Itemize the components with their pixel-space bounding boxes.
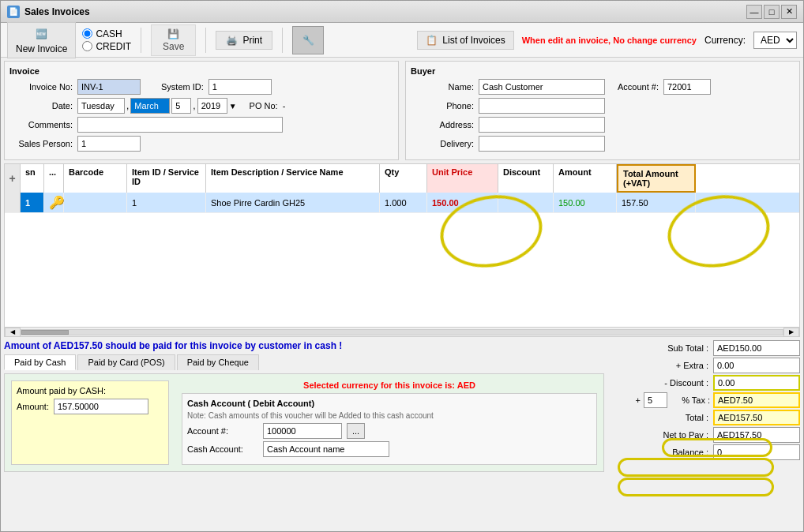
credit-radio[interactable] <box>82 41 92 51</box>
total-value: AED157.50 <box>713 410 800 425</box>
sales-person-row: Sales Person: <box>9 136 393 152</box>
comments-input[interactable] <box>77 117 283 133</box>
list-icon: 📋 <box>426 35 438 46</box>
buyer-panel: Buyer Name: Account #: Phone: Address: D… <box>405 61 800 160</box>
balance-value: 0 <box>713 444 800 460</box>
print-icon: 🖨️ <box>226 35 238 46</box>
invoice-table: + sn ... Barcode Item ID / Service ID It… <box>4 163 800 337</box>
date-daynum-input[interactable] <box>171 98 191 114</box>
row-add-icon <box>5 193 21 212</box>
cell-description: Shoe Pirre Cardin GH25 <box>206 193 380 212</box>
tab-paid-by-card[interactable]: Paid by Card (POS) <box>77 354 175 370</box>
cash-account-input[interactable] <box>263 441 389 457</box>
invoice-no-input[interactable] <box>77 79 141 95</box>
account-browse-button[interactable]: ... <box>347 423 365 439</box>
col-description: Item Description / Service Name <box>206 164 380 193</box>
list-invoices-button[interactable]: 📋 List of Invoices <box>417 31 513 50</box>
payment-type-group: CASH CREDIT <box>82 28 131 52</box>
tools-icon: 🔧 <box>302 35 314 46</box>
col-unit-price: Unit Price <box>427 164 498 193</box>
cash-note: Note: Cash amounts of this voucher will … <box>187 411 592 420</box>
currency-label: Currency: <box>704 35 746 46</box>
bottom-section: Amount of AED157.50 should be paid for t… <box>4 340 800 472</box>
currency-warning: When edit an invoice, No change currency <box>522 36 697 45</box>
buyer-address-row: Address: <box>411 117 795 133</box>
table-body: 1 🔑 1 Shoe Pirre Cardin GH25 1.000 150.0… <box>5 193 799 327</box>
close-button[interactable]: ✕ <box>781 5 797 19</box>
sub-total-label: Sub Total : <box>637 343 708 353</box>
date-dropdown-icon[interactable]: ▼ <box>229 102 237 111</box>
tax-label: % Tax : <box>671 395 710 405</box>
buyer-delivery-row: Delivery: <box>411 136 795 152</box>
account-no-input[interactable] <box>263 423 342 439</box>
cash-tab-inner: Amount paid by CASH: Amount: Selected cu… <box>11 380 597 465</box>
balance-row: Balance : 0 <box>611 444 800 460</box>
cash-radio-row: CASH <box>82 28 131 39</box>
col-barcode: Barcode <box>64 164 127 193</box>
tab-content: Amount paid by CASH: Amount: Selected cu… <box>4 373 604 472</box>
date-month-input[interactable] <box>130 98 170 114</box>
col-qty: Qty <box>380 164 427 193</box>
cash-radio[interactable] <box>82 28 92 39</box>
date-row: Date: , , ▼ PO No: - <box>9 98 393 114</box>
tools-button[interactable]: 🔧 <box>292 26 324 54</box>
cell-qty: 1.000 <box>380 193 427 212</box>
sub-total-value: AED150.00 <box>713 340 800 356</box>
comments-label: Comments: <box>9 120 73 129</box>
app-icon: 📄 <box>7 6 20 18</box>
buyer-address-input[interactable] <box>479 117 605 133</box>
print-button[interactable]: 🖨️ Print <box>216 31 272 50</box>
bottom-left: Amount of AED157.50 should be paid for t… <box>4 340 604 472</box>
invoice-no-label: Invoice No: <box>9 82 73 92</box>
cell-unit-price: 150.00 <box>427 193 498 212</box>
sales-person-input[interactable] <box>77 136 141 152</box>
maximize-button[interactable]: □ <box>764 5 780 19</box>
minimize-button[interactable]: — <box>746 5 762 19</box>
cash-account-label: Cash Account: <box>187 444 258 454</box>
buyer-name-input[interactable] <box>479 79 605 95</box>
scrollbar-thumb[interactable] <box>21 330 69 335</box>
plus-icon: + <box>636 395 641 405</box>
window-title: Sales Invoices <box>24 6 90 17</box>
summary-panel: Sub Total : AED150.00 + Extra : - Discou… <box>611 340 800 472</box>
system-id-input[interactable] <box>209 79 272 95</box>
col-total-amount: Total Amount (+VAT) <box>617 164 696 193</box>
table-row[interactable]: 1 🔑 1 Shoe Pirre Cardin GH25 1.000 150.0… <box>5 193 799 213</box>
save-button[interactable]: 💾 Save <box>151 24 196 56</box>
credit-radio-row: CREDIT <box>82 41 131 52</box>
discount-input[interactable] <box>713 375 800 391</box>
buyer-address-label: Address: <box>411 120 474 129</box>
cash-account-row: Cash Account: <box>187 441 592 457</box>
tab-paid-by-cheque[interactable]: Paid by Cheque <box>177 354 259 370</box>
tax-row: + % Tax : AED7.50 <box>611 392 800 408</box>
add-row-button[interactable]: + <box>5 164 21 193</box>
net-to-pay-label: Net to Pay : <box>637 430 708 440</box>
date-field: , , ▼ <box>77 98 237 114</box>
extra-input[interactable] <box>713 358 800 373</box>
buyer-phone-label: Phone: <box>411 101 474 111</box>
discount-label: - Discount : <box>637 378 708 388</box>
col-amount: Amount <box>554 164 617 193</box>
new-invoice-button[interactable]: 🆕 New Invoice <box>7 22 76 58</box>
tax-percent-input[interactable] <box>644 392 667 408</box>
main-content: Invoice Invoice No: System ID: Date: , , <box>1 58 803 531</box>
date-year-input[interactable] <box>197 98 227 114</box>
scroll-right-button[interactable]: ▶ <box>783 328 799 337</box>
cell-sn: 1 <box>21 193 44 212</box>
new-invoice-icon: 🆕 <box>32 26 51 42</box>
account-no-input[interactable] <box>663 79 711 95</box>
tab-paid-by-cash[interactable]: Paid by Cash <box>4 354 76 370</box>
horizontal-scrollbar[interactable]: ◀ ▶ <box>5 327 799 336</box>
buyer-phone-input[interactable] <box>479 98 605 114</box>
account-no-label: Account #: <box>187 426 258 436</box>
date-day-input[interactable] <box>77 98 125 114</box>
col-sn: sn <box>21 164 44 193</box>
buyer-delivery-input[interactable] <box>479 136 605 152</box>
main-window: 📄 Sales Invoices — □ ✕ 🆕 New Invoice CAS… <box>0 0 804 532</box>
amount-input[interactable] <box>54 399 148 414</box>
tax-value: AED7.50 <box>713 392 800 408</box>
currency-select[interactable]: AED <box>753 32 797 49</box>
scroll-left-button[interactable]: ◀ <box>5 328 21 337</box>
sep3 <box>282 28 283 53</box>
amount-label: Amount: <box>17 402 49 411</box>
